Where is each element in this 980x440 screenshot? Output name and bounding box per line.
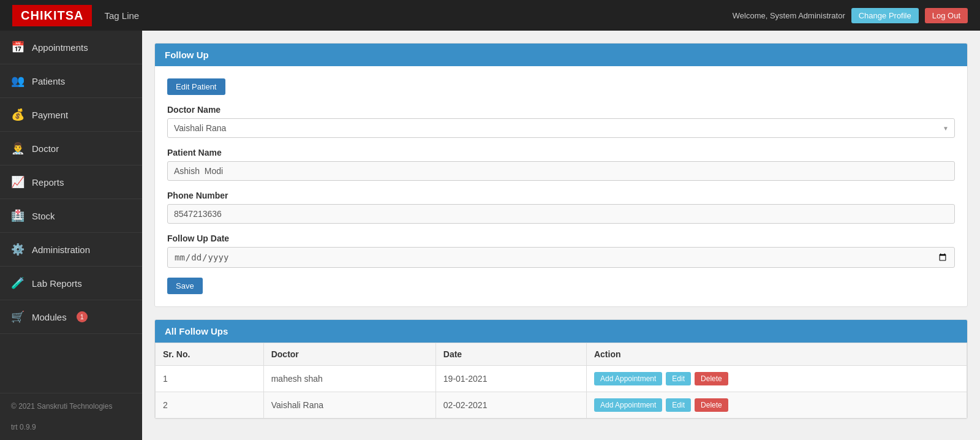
logo: CHIKITSA [12,5,92,26]
save-button[interactable]: Save [167,278,203,294]
cell-action-0: Add Appointment Edit Delete [586,366,967,392]
cell-doctor-0: mahesh shah [263,366,435,392]
follow-up-date-group: Follow Up Date [167,233,955,268]
header: CHIKITSA Tag Line Welcome, System Admini… [0,0,980,31]
patient-name-input[interactable] [167,161,955,181]
sidebar-item-label-administration: Administration [32,245,90,255]
action-buttons-1: Add Appointment Edit Delete [594,398,959,412]
follow-up-panel-title: Follow Up [155,44,967,66]
sidebar-item-label-appointments: Appointments [32,42,88,53]
edit-button-1[interactable]: Edit [666,398,691,412]
cell-doctor-1: Vaishali Rana [263,392,435,419]
add-appointment-button-0[interactable]: Add Appointment [594,372,662,385]
sidebar-footer: © 2021 Sanskruti Technologies [0,393,142,419]
action-buttons-0: Add Appointment Edit Delete [594,372,959,385]
cell-date-1: 02-02-2021 [435,392,586,419]
sidebar-item-label-reports: Reports [32,177,64,188]
table-row: 2 Vaishali Rana 02-02-2021 Add Appointme… [156,392,967,419]
col-action: Action [586,343,967,366]
sidebar-version: trt 0.9.9 [0,419,142,440]
doctor-name-select-wrapper: Vaishali Rana [167,118,955,138]
all-follow-ups-panel-body: Sr. No. Doctor Date Action 1 mahesh shah… [155,343,967,419]
table-header-row: Sr. No. Doctor Date Action [156,343,967,366]
sidebar-item-doctor[interactable]: 👨‍⚕️ Doctor [0,132,142,165]
logout-button[interactable]: Log Out [925,8,968,23]
edit-button-0[interactable]: Edit [666,372,691,385]
phone-number-input[interactable] [167,204,955,224]
follow-up-panel: Follow Up Edit Patient Doctor Name Vaish… [154,43,968,307]
lab-reports-icon: 🧪 [11,276,24,290]
table-row: 1 mahesh shah 19-01-2021 Add Appointment… [156,366,967,392]
sidebar-item-label-doctor: Doctor [32,143,59,154]
sidebar-item-payment[interactable]: 💰 Payment [0,98,142,132]
header-right: Welcome, System Administrator Change Pro… [733,8,968,23]
doctor-icon: 👨‍⚕️ [11,142,24,155]
patients-icon: 👥 [11,74,24,88]
doctor-name-group: Doctor Name Vaishali Rana [167,105,955,138]
sidebar-item-stock[interactable]: 🏥 Stock [0,199,142,233]
delete-button-0[interactable]: Delete [695,372,728,385]
tagline: Tag Line [104,10,732,21]
doctor-name-label: Doctor Name [167,105,955,115]
sidebar-item-lab-reports[interactable]: 🧪 Lab Reports [0,267,142,300]
table-body: 1 mahesh shah 19-01-2021 Add Appointment… [156,366,967,419]
sidebar-item-modules[interactable]: 🛒 Modules 1 [0,300,142,334]
sidebar: 📅 Appointments 👥 Patients 💰 Payment 👨‍⚕️… [0,31,142,440]
sidebar-item-patients[interactable]: 👥 Patients [0,64,142,98]
sidebar-item-label-stock: Stock [32,211,55,221]
modules-icon: 🛒 [11,310,24,324]
phone-number-group: Phone Number [167,191,955,224]
col-doctor: Doctor [263,343,435,366]
add-appointment-button-1[interactable]: Add Appointment [594,398,662,412]
layout: 📅 Appointments 👥 Patients 💰 Payment 👨‍⚕️… [0,31,980,440]
patient-name-group: Patient Name [167,148,955,181]
sidebar-item-label-modules: Modules [32,312,67,322]
payment-icon: 💰 [11,108,24,121]
cell-date-0: 19-01-2021 [435,366,586,392]
cell-sr-no-0: 1 [156,366,264,392]
all-follow-ups-panel-title: All Follow Ups [155,320,967,343]
all-follow-ups-panel: All Follow Ups Sr. No. Doctor Date Actio… [154,319,968,419]
col-date: Date [435,343,586,366]
follow-ups-table: Sr. No. Doctor Date Action 1 mahesh shah… [155,343,967,419]
sidebar-item-appointments[interactable]: 📅 Appointments [0,31,142,64]
patient-name-label: Patient Name [167,148,955,157]
sidebar-item-label-patients: Patients [32,76,65,86]
phone-number-label: Phone Number [167,191,955,200]
welcome-text: Welcome, System Administrator [733,11,845,20]
sidebar-item-label-payment: Payment [32,110,68,120]
stock-icon: 🏥 [11,209,24,222]
main-content: Follow Up Edit Patient Doctor Name Vaish… [142,31,980,440]
cell-action-1: Add Appointment Edit Delete [586,392,967,419]
modules-badge: 1 [77,311,88,322]
reports-icon: 📈 [11,175,24,189]
follow-up-panel-body: Edit Patient Doctor Name Vaishali Rana P… [155,66,967,306]
follow-up-date-label: Follow Up Date [167,233,955,243]
administration-icon: ⚙️ [11,243,24,256]
appointments-icon: 📅 [11,40,24,54]
change-profile-button[interactable]: Change Profile [851,8,919,23]
follow-up-date-input[interactable] [167,247,955,268]
doctor-name-select[interactable]: Vaishali Rana [167,118,955,138]
table-head: Sr. No. Doctor Date Action [156,343,967,366]
sidebar-item-reports[interactable]: 📈 Reports [0,165,142,199]
cell-sr-no-1: 2 [156,392,264,419]
sidebar-item-administration[interactable]: ⚙️ Administration [0,233,142,267]
delete-button-1[interactable]: Delete [695,398,728,412]
edit-patient-button[interactable]: Edit Patient [167,78,225,95]
sidebar-item-label-lab-reports: Lab Reports [32,278,82,289]
save-button-container: Save [167,278,955,294]
col-sr-no: Sr. No. [156,343,264,366]
